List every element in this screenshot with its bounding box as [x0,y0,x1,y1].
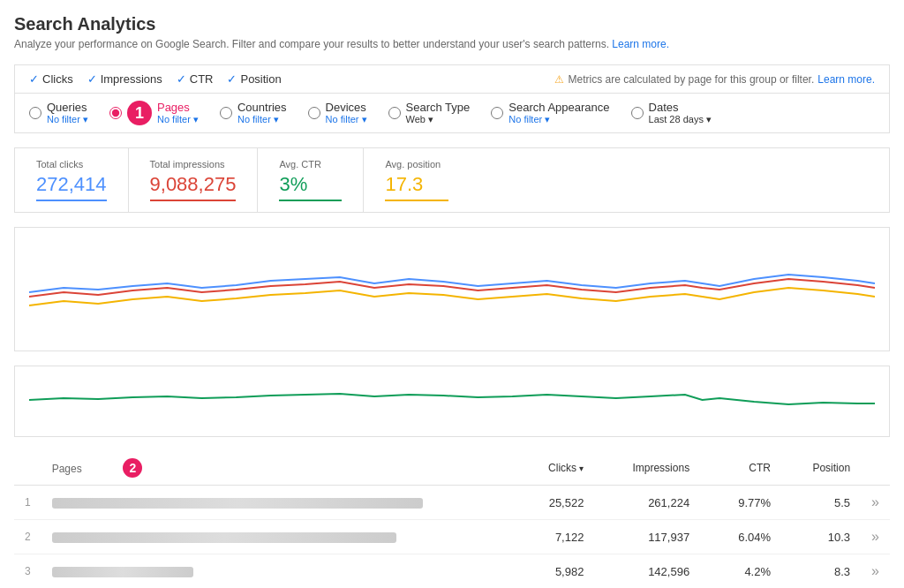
stat-position-label: Avg. position [385,159,448,170]
filter-dates[interactable]: Dates Last 28 days ▾ [631,101,726,125]
row-impressions: 261,224 [594,486,700,520]
dates-label: Dates [649,101,712,114]
search-appearance-sub[interactable]: No filter ▾ [508,114,609,125]
table-row[interactable]: 2 7,122 117,937 6.04% 10.3 » [14,520,890,554]
col-ctr[interactable]: CTR [700,451,781,486]
filter-bar: Queries No filter ▾ 1 Pages No filter ▾ … [14,94,890,133]
row-ctr: 6.04% [700,520,781,554]
row-url[interactable] [41,520,518,554]
devices-filter-label: Devices No filter ▾ [326,101,367,125]
row-expand-icon: » [871,563,879,578]
row-position: 10.3 [781,520,861,554]
countries-filter-label: Countries No filter ▾ [237,101,287,125]
metric-impressions[interactable]: ✓ Impressions [87,72,162,86]
row-expand-icon: » [871,494,879,509]
stat-total-impressions: Total impressions 9,088,275 [129,148,259,212]
row-url[interactable] [41,486,518,520]
pages-badge: 1 [127,101,152,125]
col-clicks[interactable]: Clicks ▾ [518,451,595,486]
metrics-left: ✓ Clicks ✓ Impressions ✓ CTR ✓ Position [29,72,282,86]
filter-countries[interactable]: Countries No filter ▾ [220,101,301,125]
table-body: 1 25,522 261,224 9.77% 5.5 » 2 7,122 117… [14,486,890,589]
stat-position-value: 17.3 [385,173,448,201]
stat-ctr-label: Avg. CTR [279,159,342,170]
chart-container-main [14,227,890,351]
metric-position[interactable]: ✓ Position [227,72,281,86]
row-arrow[interactable]: » [861,486,890,520]
learn-more-link[interactable]: Learn more. [612,38,669,50]
main-chart [29,235,875,341]
dates-filter-label: Dates Last 28 days ▾ [649,101,712,125]
stat-clicks-label: Total clicks [36,159,107,170]
metric-ctr[interactable]: ✓ CTR [177,72,214,86]
stat-ctr-value: 3% [279,173,342,201]
search-type-sub[interactable]: Web ▾ [406,114,471,125]
queries-label: Queries [47,101,88,114]
clicks-check: ✓ [29,72,39,86]
stat-total-clicks: Total clicks 272,414 [15,148,129,212]
search-type-filter-label: Search Type Web ▾ [406,101,471,125]
warning-text: Metrics are calculated by page for this … [568,73,814,86]
filter-queries[interactable]: Queries No filter ▾ [29,101,102,125]
impressions-label: Impressions [101,72,162,86]
position-label: Position [240,72,281,86]
search-type-radio[interactable] [388,107,401,119]
row-url[interactable] [41,554,518,589]
search-type-label: Search Type [406,101,471,114]
row-num: 1 [14,486,41,520]
data-table: Pages 2 Clicks ▾ Impressions CTR Positio… [14,451,890,588]
metric-clicks[interactable]: ✓ Clicks [29,72,73,86]
stat-impressions-label: Total impressions [150,159,237,170]
row-arrow[interactable]: » [861,554,890,589]
row-ctr: 4.2% [700,554,781,589]
countries-label: Countries [237,101,287,114]
warning-icon: ⚠ [554,73,564,86]
row-arrow[interactable]: » [861,520,890,554]
countries-radio[interactable] [220,107,232,119]
row-position: 5.5 [781,486,861,520]
row-ctr: 9.77% [700,486,781,520]
stats-row: Total clicks 272,414 Total impressions 9… [14,147,890,213]
table-row[interactable]: 1 25,522 261,224 9.77% 5.5 » [14,486,890,520]
filter-pages[interactable]: 1 Pages No filter ▾ [109,101,213,125]
row-position: 8.3 [781,554,861,589]
devices-sub[interactable]: No filter ▾ [326,114,367,125]
chart-container-ctr [14,366,890,437]
col-impressions[interactable]: Impressions [594,451,700,486]
col-pages[interactable]: Pages 2 [41,451,518,486]
row-num: 2 [14,520,41,554]
ctr-label: CTR [190,72,214,86]
col-num [14,451,41,486]
pages-radio[interactable] [109,107,122,119]
impressions-check: ✓ [87,72,97,86]
pages-label: Pages [157,101,199,114]
row-impressions: 117,937 [594,520,700,554]
row-clicks: 25,522 [518,486,595,520]
row-impressions: 142,596 [594,554,700,589]
table-header-row: Pages 2 Clicks ▾ Impressions CTR Positio… [14,451,890,486]
stat-impressions-value: 9,088,275 [150,173,237,201]
dates-radio[interactable] [631,107,644,119]
queries-sub[interactable]: No filter ▾ [47,114,88,125]
countries-sub[interactable]: No filter ▾ [237,114,287,125]
col-position[interactable]: Position [781,451,861,486]
metrics-right: ⚠ Metrics are calculated by page for thi… [554,73,875,86]
ctr-check: ✓ [177,72,186,86]
pages-sub[interactable]: No filter ▾ [157,114,199,125]
stat-avg-ctr: Avg. CTR 3% [258,148,364,212]
dates-sub[interactable]: Last 28 days ▾ [649,114,712,125]
filter-search-type[interactable]: Search Type Web ▾ [388,101,485,125]
warning-learn-more[interactable]: Learn more. [817,73,875,86]
table-row[interactable]: 3 5,982 142,596 4.2% 8.3 » [14,554,890,589]
clicks-label: Clicks [42,72,73,86]
col-link [861,451,890,486]
queries-filter-label: Queries No filter ▾ [47,101,88,125]
queries-radio[interactable] [29,107,41,119]
ctr-chart [29,373,875,426]
devices-radio[interactable] [308,107,320,119]
search-appearance-radio[interactable] [491,107,503,119]
filter-devices[interactable]: Devices No filter ▾ [308,101,381,125]
filter-search-appearance[interactable]: Search Appearance No filter ▾ [491,101,623,125]
pages-filter-label: Pages No filter ▾ [157,101,199,125]
stat-avg-position: Avg. position 17.3 [364,148,470,212]
